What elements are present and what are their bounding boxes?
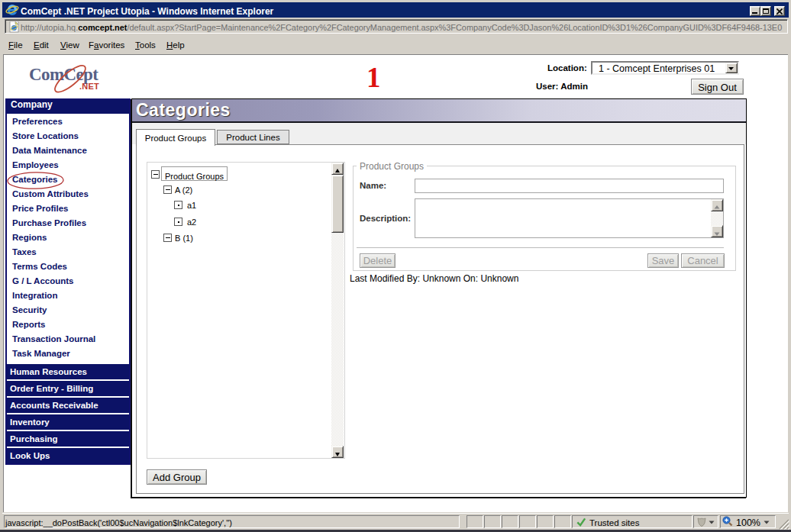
svg-text:.NET: .NET [79,82,99,91]
